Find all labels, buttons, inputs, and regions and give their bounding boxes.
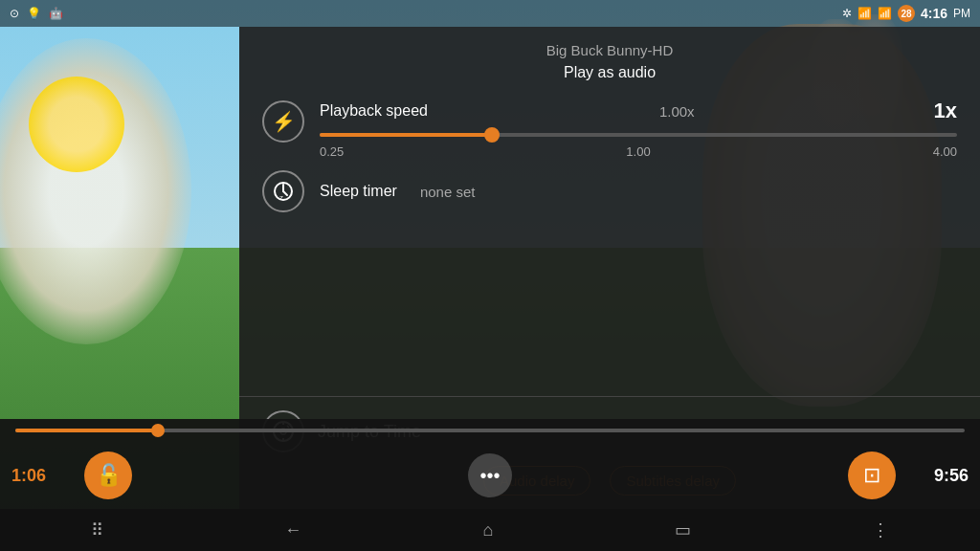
seek-thumb[interactable] bbox=[151, 424, 165, 437]
speed-min-label: 0.25 bbox=[320, 144, 344, 159]
nav-more-icon[interactable]: ⋮ bbox=[872, 519, 889, 540]
speed-value: 1.00x bbox=[659, 103, 695, 120]
nav-bar: ⠿ ← ⌂ ▭ ⋮ bbox=[0, 509, 980, 551]
svg-text:z: z bbox=[279, 193, 283, 202]
speed-slider[interactable] bbox=[320, 133, 957, 137]
nav-home-icon[interactable]: ⌂ bbox=[483, 520, 494, 540]
speed-slider-thumb[interactable] bbox=[484, 127, 500, 143]
more-options-button[interactable]: ••• bbox=[468, 453, 512, 497]
sleep-section[interactable]: z Sleep timer none set bbox=[262, 170, 957, 228]
lightbulb-icon: 💡 bbox=[27, 7, 41, 20]
status-left-icons: ⊙ 💡 🤖 bbox=[10, 7, 63, 20]
nav-grid-icon[interactable]: ⠿ bbox=[91, 519, 103, 540]
svg-line-2 bbox=[283, 191, 287, 195]
speed-section: ⚡ Playback speed 1.00x 1x 0.25 1.00 4.00 bbox=[262, 99, 957, 159]
speed-slider-fill bbox=[320, 133, 492, 137]
play-as-audio-button[interactable]: Play as audio bbox=[262, 64, 957, 81]
seek-track-row[interactable] bbox=[0, 419, 980, 442]
android-icon: 🤖 bbox=[49, 7, 63, 20]
lock-button[interactable]: 🔓 bbox=[84, 452, 132, 499]
sleep-label: Sleep timer bbox=[320, 183, 397, 200]
circle-icon: ⊙ bbox=[10, 7, 19, 20]
ampm-label: PM bbox=[953, 7, 970, 20]
bottom-overlay: 1:06 🔓 ••• ⊡ 9:56 bbox=[0, 419, 980, 509]
signal-icon: 📶 bbox=[878, 7, 892, 20]
status-time: 4:16 bbox=[921, 6, 947, 21]
speed-label: Playback speed bbox=[320, 102, 428, 120]
sleep-value: none set bbox=[420, 184, 476, 200]
panel-top: Big Buck Bunny-HD Play as audio ⚡ Playba… bbox=[239, 27, 980, 396]
current-time: 1:06 bbox=[11, 466, 69, 486]
status-right-icons: ✲ 📶 📶 28 4:16 PM bbox=[842, 5, 970, 22]
status-bar: ⊙ 💡 🤖 ✲ 📶 📶 28 4:16 PM bbox=[0, 0, 980, 27]
seek-progress bbox=[15, 429, 158, 432]
playback-controls: 1:06 🔓 ••• ⊡ 9:56 bbox=[0, 442, 980, 509]
bluetooth-icon: ✲ bbox=[842, 7, 852, 20]
total-time: 9:56 bbox=[911, 466, 969, 486]
speed-mid-label: 1.00 bbox=[626, 144, 650, 159]
wifi-icon: 📶 bbox=[858, 7, 872, 20]
nav-back-icon[interactable]: ← bbox=[284, 520, 301, 540]
speed-icon: ⚡ bbox=[262, 100, 304, 143]
battery-badge: 28 bbox=[898, 5, 915, 22]
speed-controls: Playback speed 1.00x 1x 0.25 1.00 4.00 bbox=[320, 99, 957, 159]
speed-short-value: 1x bbox=[934, 99, 957, 123]
nav-recents-icon[interactable]: ▭ bbox=[675, 519, 691, 540]
center-controls: ••• bbox=[460, 453, 520, 497]
speed-max-label: 4.00 bbox=[933, 144, 957, 159]
seek-track[interactable] bbox=[15, 429, 965, 432]
panel-title: Big Buck Bunny-HD bbox=[262, 42, 957, 58]
crop-button[interactable]: ⊡ bbox=[848, 452, 896, 499]
sleep-icon: z bbox=[262, 170, 304, 212]
speed-slider-labels: 0.25 1.00 4.00 bbox=[320, 144, 957, 159]
speed-header: Playback speed 1.00x 1x bbox=[320, 99, 957, 123]
